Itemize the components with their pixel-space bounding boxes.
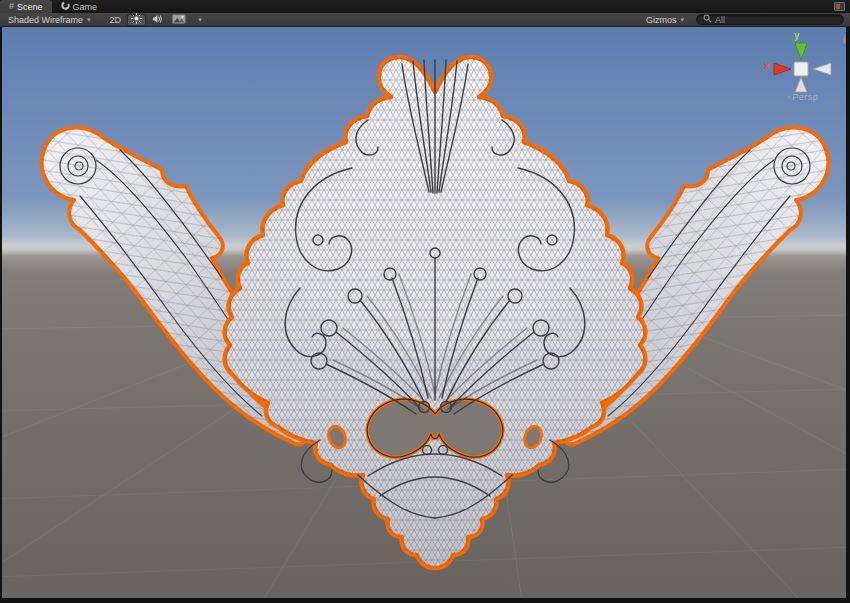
tab-game[interactable]: Game	[52, 0, 107, 13]
search-icon	[703, 14, 712, 25]
draw-mode-label: Shaded Wireframe	[8, 15, 83, 25]
chevron-down-icon: ▾	[198, 16, 202, 23]
orientation-gizmo[interactable]: y x ‹Persp	[763, 30, 843, 112]
chevron-left-icon: ‹	[788, 92, 792, 102]
audio-toggle-button[interactable]	[149, 14, 166, 26]
toggle-2d-button[interactable]: 2D	[107, 14, 125, 26]
unity-scene-window: # Scene Game Shaded Wireframe ▾ 2D	[0, 0, 850, 603]
speaker-icon	[152, 14, 163, 26]
tab-scene-label: Scene	[17, 2, 43, 12]
projection-toggle[interactable]: ‹Persp	[763, 92, 843, 102]
projection-label: Persp	[792, 92, 818, 102]
tab-scene[interactable]: # Scene	[0, 0, 52, 13]
tab-game-label: Game	[73, 2, 98, 12]
effects-dropdown-button[interactable]: ▾	[192, 14, 208, 26]
toolbar-right-group: Gizmos ▾	[642, 14, 846, 26]
axis-y-handle[interactable]	[795, 43, 807, 60]
game-icon	[61, 1, 70, 12]
chevron-down-icon: ▾	[680, 16, 684, 23]
chevron-down-icon: ▾	[87, 16, 91, 23]
scene-viewport[interactable]: y x ‹Persp	[2, 27, 846, 598]
selected-mesh[interactable]	[42, 57, 829, 568]
sun-icon	[131, 13, 142, 26]
scene-search-field[interactable]	[696, 14, 844, 25]
axis-negy-handle[interactable]	[795, 77, 807, 92]
image-effects-icon	[172, 14, 186, 26]
scene-grid-icon: #	[9, 2, 14, 11]
gizmos-label: Gizmos	[646, 15, 677, 25]
scene-canvas[interactable]	[2, 27, 846, 598]
gizmos-dropdown[interactable]: Gizmos ▾	[642, 14, 688, 26]
search-input[interactable]	[715, 15, 837, 25]
axis-x-handle[interactable]	[774, 63, 791, 75]
axis-negx-handle[interactable]	[813, 63, 831, 75]
view-tabbar: # Scene Game	[0, 0, 850, 13]
gizmo-center-cube[interactable]	[794, 62, 808, 76]
toggle-2d-label: 2D	[110, 15, 122, 25]
scene-toolbar: Shaded Wireframe ▾ 2D	[0, 13, 850, 27]
effects-toggle-button[interactable]	[169, 14, 189, 26]
draw-mode-dropdown[interactable]: Shaded Wireframe ▾	[4, 14, 95, 26]
window-menu-icon[interactable]	[834, 2, 845, 11]
lighting-toggle-button[interactable]	[127, 14, 146, 26]
